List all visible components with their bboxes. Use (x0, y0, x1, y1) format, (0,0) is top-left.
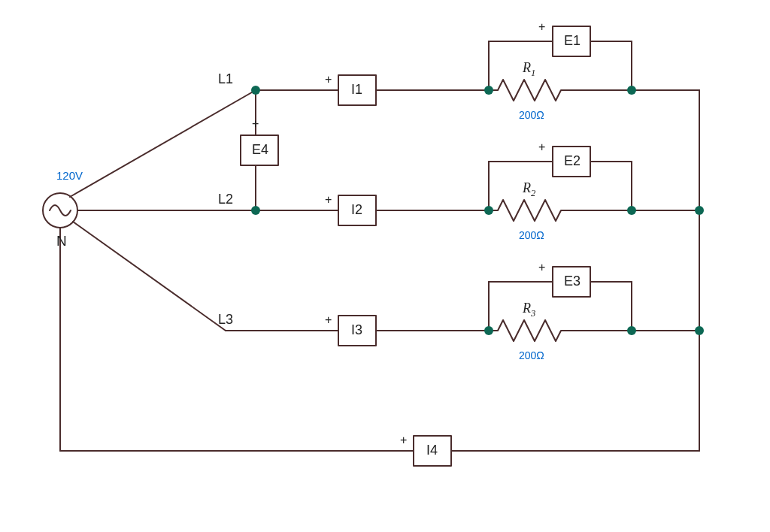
voltmeter-E3-label: E3 (564, 274, 581, 289)
polarity-plus-I3: + (325, 313, 332, 327)
resistor-R3-value: 200Ω (519, 349, 544, 361)
polarity-plus-I2: + (325, 193, 332, 207)
svg-point-38 (484, 206, 493, 215)
line-L3-label: L3 (218, 312, 233, 328)
polarity-plus-E3: + (538, 261, 545, 274)
svg-point-37 (627, 86, 636, 95)
voltmeter-E4-label: E4 (252, 142, 268, 158)
resistor-R1-name: R1 (523, 60, 535, 79)
svg-point-39 (627, 206, 636, 215)
polarity-plus-E2: + (538, 141, 545, 154)
polarity-plus-I1: + (325, 73, 332, 86)
line-L2-label: L2 (218, 192, 233, 207)
resistor-R3-name: R3 (523, 301, 535, 319)
circuit-diagram: 120V N L1 L2 L3 I1 I2 I3 I4 E1 E2 E3 E4 … (0, 0, 770, 532)
resistor-R2-name: R2 (523, 180, 535, 199)
polarity-plus-E1: + (538, 20, 545, 34)
ammeter-I1-label: I1 (351, 82, 362, 98)
voltmeter-E1-label: E1 (564, 33, 581, 49)
line-L1-label: L1 (218, 71, 233, 87)
svg-point-43 (695, 326, 704, 335)
resistor-R1 (489, 80, 571, 101)
svg-point-40 (695, 206, 704, 215)
ammeter-I2-label: I2 (351, 202, 362, 218)
circuit-svg (0, 0, 770, 532)
resistor-R2-value: 200Ω (519, 229, 544, 241)
svg-point-34 (251, 86, 260, 95)
resistor-R2 (489, 200, 571, 221)
ammeter-I4-label: I4 (426, 443, 438, 458)
neutral-label: N (56, 233, 67, 249)
svg-point-41 (484, 326, 493, 335)
ammeter-I3-label: I3 (351, 322, 362, 338)
svg-point-42 (627, 326, 636, 335)
polarity-plus-I4: + (400, 434, 407, 447)
svg-point-36 (484, 86, 493, 95)
resistor-R1-value: 200Ω (519, 109, 544, 121)
voltmeter-E2-label: E2 (564, 153, 581, 169)
polarity-plus-E4: + (252, 117, 259, 131)
source-voltage-label: 120V (56, 169, 83, 182)
svg-line-0 (70, 90, 256, 197)
svg-point-35 (251, 206, 260, 215)
resistor-R3 (489, 320, 571, 341)
svg-line-2 (73, 222, 226, 331)
ac-sine-icon (50, 205, 71, 216)
